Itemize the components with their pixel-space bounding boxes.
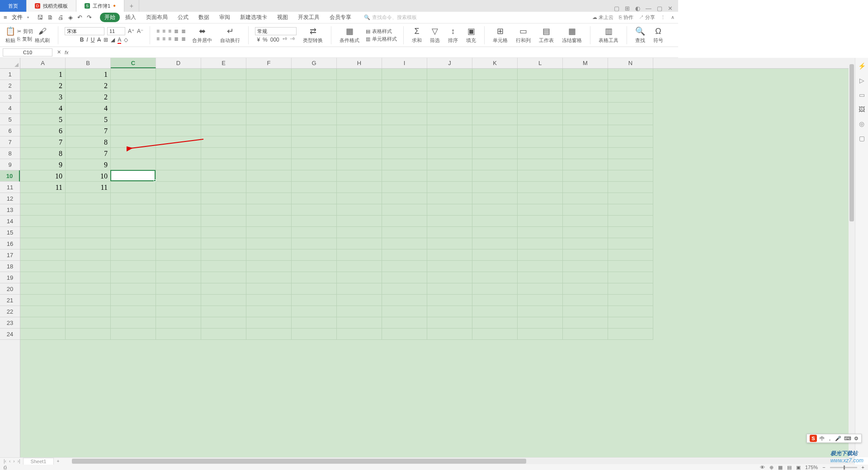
user-icon[interactable]: ◐ [635,5,640,12]
cell[interactable] [382,182,427,193]
col-header[interactable]: H [337,58,382,68]
cell[interactable] [563,261,608,272]
row-header[interactable]: 22 [0,306,20,317]
copy-button[interactable]: ⎘ 复制 [17,36,33,42]
cell[interactable] [518,295,563,306]
cell[interactable] [337,272,382,283]
cell[interactable] [201,114,246,125]
col-header[interactable]: J [427,58,472,68]
cell[interactable] [427,329,472,340]
cell[interactable] [111,238,156,249]
cell[interactable]: 4 [66,103,111,114]
collapse-ribbon-icon[interactable]: ∧ [671,14,675,20]
cell[interactable] [382,69,427,80]
cell[interactable] [66,261,111,272]
cell[interactable] [66,306,111,317]
cell[interactable] [382,159,427,170]
cell[interactable] [292,170,337,182]
cell[interactable] [382,103,427,114]
row-header[interactable]: 20 [0,283,20,295]
cell[interactable] [518,238,563,249]
row-header[interactable]: 14 [0,216,20,227]
cell[interactable] [608,306,653,317]
cell[interactable] [201,193,246,204]
redo-icon[interactable]: ↷ [87,14,92,21]
cell[interactable] [563,193,608,204]
cell[interactable] [111,283,156,295]
cell[interactable] [608,238,653,249]
cell[interactable] [111,91,156,103]
find-button[interactable]: 🔍查找 [633,26,647,44]
cell[interactable] [472,216,518,227]
cell[interactable] [156,261,201,272]
cell[interactable] [337,125,382,136]
menu-tab-5[interactable]: 审阅 [215,13,235,22]
cell[interactable] [246,69,292,80]
close-icon[interactable]: ✕ [668,5,673,12]
cell[interactable] [427,238,472,249]
cell[interactable] [382,136,427,148]
currency-icon[interactable]: ¥ [257,37,260,43]
cell[interactable] [427,136,472,148]
cell[interactable] [518,193,563,204]
cell[interactable] [111,159,156,170]
cell[interactable] [382,80,427,91]
cell[interactable] [292,114,337,125]
cell[interactable] [427,216,472,227]
menu-tab-3[interactable]: 公式 [173,13,193,22]
cell[interactable] [563,136,608,148]
cell[interactable] [563,159,608,170]
cell[interactable]: 3 [20,91,66,103]
cell[interactable] [472,103,518,114]
cell[interactable]: 2 [20,80,66,91]
strike-icon[interactable]: A̶ [97,37,101,43]
cell[interactable] [20,193,66,204]
cell[interactable] [337,283,382,295]
cell[interactable] [20,227,66,238]
cell[interactable] [337,91,382,103]
cell[interactable] [427,103,472,114]
cell[interactable] [201,306,246,317]
cell[interactable] [608,114,653,125]
cell[interactable] [292,136,337,148]
cell[interactable] [382,261,427,272]
italic-icon[interactable]: I [86,37,88,43]
cell[interactable] [382,306,427,317]
cell[interactable] [608,249,653,261]
dec-decimal-icon[interactable]: ⁻⁰ [290,37,295,43]
row-header[interactable]: 12 [0,193,20,204]
cell[interactable] [563,329,608,340]
cell[interactable] [201,238,246,249]
command-search[interactable]: 🔍 查找命令、搜索模板 [364,14,417,21]
indent-left-icon[interactable]: ≣ [174,28,179,34]
maximize-icon[interactable]: ▢ [657,5,662,12]
cell[interactable] [427,306,472,317]
cell[interactable]: 1 [66,69,111,80]
cell[interactable] [427,272,472,283]
cell[interactable] [111,204,156,216]
clear-format-icon[interactable]: ◇ [124,37,128,43]
cell[interactable] [518,306,563,317]
tab-add-button[interactable]: + [124,0,139,12]
cell[interactable] [156,69,201,80]
cell[interactable] [246,125,292,136]
cell[interactable] [518,216,563,227]
cell[interactable] [337,148,382,159]
border-icon[interactable]: ⊞ [104,37,108,43]
cell[interactable] [608,329,653,340]
cell[interactable] [111,80,156,91]
cell[interactable] [246,136,292,148]
cell[interactable] [518,80,563,91]
preview-icon[interactable]: ◈ [68,14,73,21]
cell[interactable] [292,80,337,91]
cell[interactable] [156,283,201,295]
cancel-fx-icon[interactable]: ✕ [57,49,61,55]
cell[interactable] [292,317,337,329]
cell[interactable] [111,170,156,182]
cell[interactable] [608,261,653,272]
cell[interactable] [20,317,66,329]
cell[interactable] [292,125,337,136]
cell[interactable]: 7 [20,136,66,148]
cell[interactable] [156,272,201,283]
cell[interactable] [111,193,156,204]
